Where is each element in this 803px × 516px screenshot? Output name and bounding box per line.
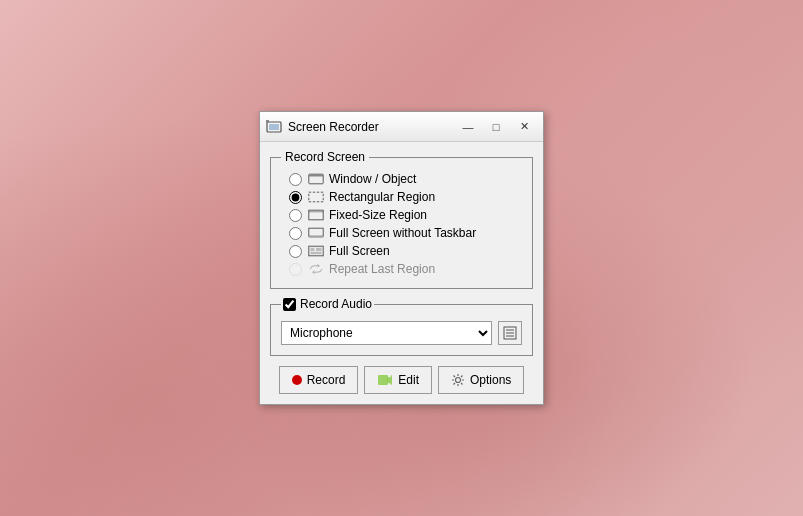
svg-rect-13 [310, 252, 321, 254]
svg-rect-8 [309, 228, 323, 236]
repeat-icon [308, 263, 324, 275]
svg-rect-11 [310, 248, 314, 251]
svg-rect-18 [378, 375, 388, 385]
edit-button[interactable]: Edit [364, 366, 432, 394]
radio-fixed[interactable] [289, 209, 302, 222]
title-bar: Screen Recorder — □ ✕ [260, 112, 543, 142]
radio-fixed-label[interactable]: Fixed-Size Region [308, 208, 427, 222]
minimize-button[interactable]: — [455, 117, 481, 137]
window-body: Record Screen Window / Object [260, 142, 543, 404]
radio-notask[interactable] [289, 227, 302, 240]
svg-rect-5 [309, 192, 323, 202]
record-audio-group: Record Audio Microphone System Audio Bot… [270, 297, 533, 356]
maximize-button[interactable]: □ [483, 117, 509, 137]
record-audio-label[interactable]: Record Audio [300, 297, 372, 311]
radio-window-label[interactable]: Window / Object [308, 172, 416, 186]
fullscreen-notask-icon [308, 227, 324, 239]
microphone-select[interactable]: Microphone System Audio Both [281, 321, 492, 345]
record-screen-legend: Record Screen [281, 150, 369, 164]
radio-window[interactable] [289, 173, 302, 186]
rect-region-icon [308, 191, 324, 203]
radio-row-repeat: Repeat Last Region [289, 260, 522, 278]
options-button[interactable]: Options [438, 366, 524, 394]
radio-rect[interactable] [289, 191, 302, 204]
close-button[interactable]: ✕ [511, 117, 537, 137]
screen-recorder-icon [266, 119, 282, 135]
title-controls: — □ ✕ [455, 117, 537, 137]
fullscreen-icon [308, 245, 324, 257]
radio-rect-label[interactable]: Rectangular Region [308, 190, 435, 204]
radio-row-notask: Full Screen without Taskbar [289, 224, 522, 242]
window-title: Screen Recorder [288, 120, 449, 134]
audio-select-row: Microphone System Audio Both [281, 321, 522, 345]
record-button[interactable]: Record [279, 366, 359, 394]
edit-icon [377, 373, 393, 387]
action-bar: Record Edit Options [270, 366, 533, 394]
record-audio-legend: Record Audio [281, 297, 374, 311]
radio-repeat-label: Repeat Last Region [308, 262, 435, 276]
record-audio-checkbox[interactable] [283, 298, 296, 311]
mic-settings-icon [503, 326, 517, 340]
radio-row-fixed: Fixed-Size Region [289, 206, 522, 224]
svg-rect-9 [309, 236, 323, 238]
svg-rect-2 [266, 120, 269, 123]
radio-row-window: Window / Object [289, 170, 522, 188]
radio-repeat[interactable] [289, 263, 302, 276]
svg-rect-12 [316, 248, 322, 251]
svg-rect-1 [269, 124, 279, 130]
svg-rect-4 [309, 174, 323, 176]
svg-point-19 [456, 378, 461, 383]
record-dot-icon [292, 375, 302, 385]
fixed-region-icon [308, 209, 324, 221]
radio-row-fullscreen: Full Screen [289, 242, 522, 260]
mic-settings-button[interactable] [498, 321, 522, 345]
screen-recorder-window: Screen Recorder — □ ✕ Record Screen Wind… [259, 111, 544, 405]
record-screen-group: Record Screen Window / Object [270, 150, 533, 289]
radio-fullscreen[interactable] [289, 245, 302, 258]
radio-row-rect: Rectangular Region [289, 188, 522, 206]
window-object-icon [308, 173, 324, 185]
radio-fullscreen-label[interactable]: Full Screen [308, 244, 390, 258]
gear-icon [451, 373, 465, 387]
radio-notask-label[interactable]: Full Screen without Taskbar [308, 226, 476, 240]
